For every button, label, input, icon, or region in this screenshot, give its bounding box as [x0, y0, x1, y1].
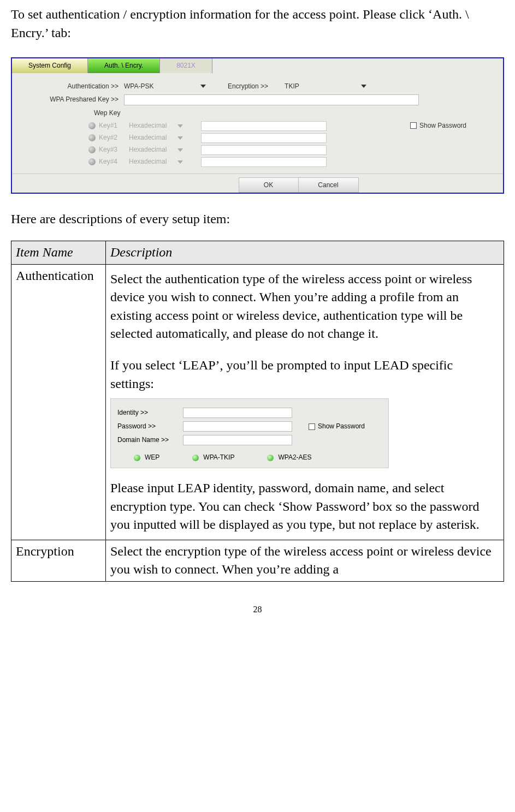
cell-authentication-desc: Select the authentication type of the wi…	[106, 264, 504, 540]
leap-domain-label: Domain Name >>	[117, 435, 183, 445]
wep-key-1-input[interactable]	[201, 121, 327, 131]
wep-key-row-4: Key#4 Hexadecimal	[88, 157, 410, 167]
auth-desc-p2: If you select ‘LEAP’, you’ll be prompted…	[110, 356, 499, 393]
tab-strip: System Config Auth. \ Encry. 8021X	[12, 58, 503, 73]
table-row-encryption: Encryption Select the encryption type of…	[11, 540, 504, 581]
tab-auth-encry[interactable]: Auth. \ Encry.	[88, 58, 160, 73]
wpa-psk-input[interactable]	[124, 94, 419, 105]
auth-encry-config-panel: System Config Auth. \ Encry. 8021X Authe…	[11, 57, 504, 194]
status-wpa-tkip: WPA-TKIP	[192, 453, 234, 462]
intro-paragraph-1: To set authentication / encryption infor…	[11, 5, 504, 42]
chevron-down-icon	[200, 85, 206, 88]
wep-key-2-input[interactable]	[201, 133, 327, 143]
chevron-down-icon	[361, 85, 366, 88]
leap-show-password-row: Show Password	[309, 422, 365, 431]
wep-key-3-radio[interactable]	[88, 146, 96, 153]
wep-key-2-label: Key#2	[99, 133, 129, 142]
wep-key-4-radio[interactable]	[88, 158, 96, 165]
cancel-button[interactable]: Cancel	[299, 177, 359, 193]
wep-key-row-3: Key#3 Hexadecimal	[88, 145, 410, 155]
show-password-checkbox-row: Show Password	[410, 121, 492, 130]
authentication-label: Authentication >>	[23, 82, 119, 91]
wep-key-section-label: Wep Key	[94, 109, 492, 118]
ok-button[interactable]: OK	[239, 177, 299, 193]
show-password-label: Show Password	[419, 121, 466, 130]
auth-desc-p3: Please input LEAP identity, password, do…	[110, 479, 499, 534]
page-number: 28	[11, 604, 504, 616]
encryption-dropdown[interactable]: TKIP	[285, 82, 366, 91]
encryption-value: TKIP	[285, 82, 350, 91]
show-password-checkbox[interactable]	[410, 122, 417, 129]
wep-key-1-format-dropdown[interactable]: Hexadecimal	[129, 121, 194, 130]
wep-key-4-label: Key#4	[99, 157, 129, 166]
header-item-name: Item Name	[11, 241, 106, 264]
status-wpa2-aes: WPA2-AES	[267, 453, 311, 462]
cell-authentication-name: Authentication	[11, 264, 106, 540]
leap-settings-panel: Identity >> Password >> Show Password Do…	[110, 398, 389, 468]
wep-key-1-label: Key#1	[99, 121, 129, 130]
wep-key-3-label: Key#3	[99, 145, 129, 154]
encryption-label: Encryption >>	[228, 82, 268, 91]
wep-key-4-format-dropdown[interactable]: Hexadecimal	[129, 157, 194, 166]
leap-encryption-status-row: WEP WPA-TKIP WPA2-AES	[117, 453, 382, 462]
authentication-value: WPA-PSK	[124, 82, 190, 91]
leap-identity-input[interactable]	[183, 408, 292, 418]
header-description: Description	[106, 241, 504, 264]
cell-encryption-desc: Select the encryption type of the wirele…	[106, 540, 504, 581]
status-indicator-icon	[192, 455, 199, 461]
leap-show-password-checkbox[interactable]	[309, 423, 315, 430]
status-wep: WEP	[134, 453, 159, 462]
leap-show-password-label: Show Password	[318, 422, 365, 431]
settings-description-table: Item Name Description Authentication Sel…	[11, 241, 504, 582]
wep-key-2-format-dropdown[interactable]: Hexadecimal	[129, 133, 194, 142]
descriptions-intro: Here are descriptions of every setup ite…	[11, 210, 504, 229]
authentication-dropdown[interactable]: WPA-PSK	[124, 82, 206, 91]
wep-key-row-1: Key#1 Hexadecimal	[88, 121, 410, 131]
leap-domain-input[interactable]	[183, 435, 292, 445]
leap-identity-label: Identity >>	[117, 408, 183, 417]
table-header-row: Item Name Description	[11, 241, 504, 264]
status-indicator-icon	[267, 455, 274, 461]
wpa-psk-label: WPA Preshared Key >>	[23, 95, 119, 104]
wep-key-row-2: Key#2 Hexadecimal	[88, 133, 410, 143]
wep-key-3-input[interactable]	[201, 145, 327, 155]
cell-encryption-name: Encryption	[11, 540, 106, 581]
status-indicator-icon	[134, 455, 140, 461]
tab-system-config[interactable]: System Config	[12, 58, 88, 73]
wep-key-1-radio[interactable]	[88, 122, 96, 129]
auth-desc-p1: Select the authentication type of the wi…	[110, 270, 499, 343]
leap-password-label: Password >>	[117, 422, 183, 431]
leap-password-input[interactable]	[183, 421, 292, 432]
wep-key-3-format-dropdown[interactable]: Hexadecimal	[129, 145, 194, 154]
wep-key-4-input[interactable]	[201, 157, 327, 167]
wep-key-2-radio[interactable]	[88, 134, 96, 141]
tab-8021x[interactable]: 8021X	[160, 58, 212, 73]
table-row-authentication: Authentication Select the authentication…	[11, 264, 504, 540]
